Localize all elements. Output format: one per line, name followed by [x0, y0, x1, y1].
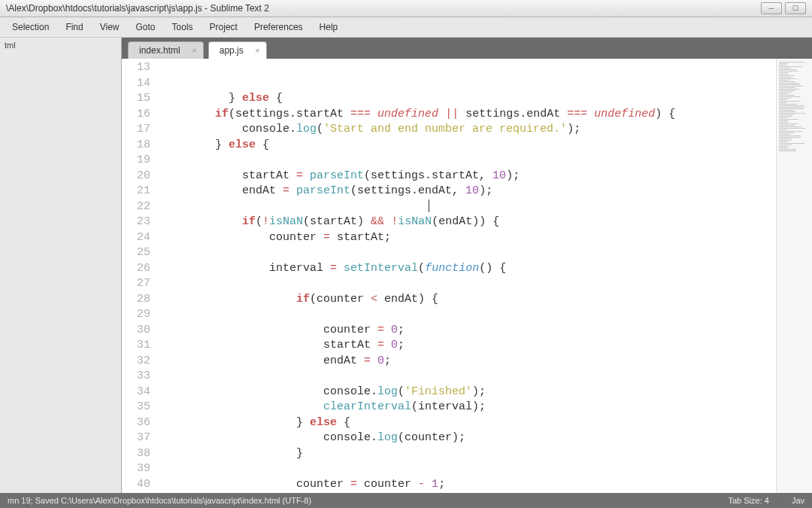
menu-bar: Selection Find View Goto Tools Project P… [0, 17, 812, 38]
status-bar: mn 19; Saved C:\Users\Alex\Dropbox\htdoc… [0, 493, 812, 508]
tab-app-js[interactable]: app.js × [208, 41, 267, 59]
window-title: \Alex\Dropbox\htdocs\tutorials\javascrip… [6, 3, 269, 14]
status-left: mn 19; Saved C:\Users\Alex\Dropbox\htdoc… [8, 496, 311, 505]
menu-goto[interactable]: Goto [129, 20, 163, 34]
status-tab-size[interactable]: Tab Size: 4 [728, 496, 768, 505]
menu-find[interactable]: Find [58, 20, 90, 34]
editor-zone: index.html × app.js × 13 14 15 16 17 18 … [122, 38, 812, 493]
menu-project[interactable]: Project [202, 20, 245, 34]
window-controls: ─ ☐ [761, 2, 806, 14]
menu-tools[interactable]: Tools [165, 20, 201, 34]
editor-surface[interactable]: 13 14 15 16 17 18 19 20 21 22 23 24 25 2… [122, 59, 812, 493]
code-area[interactable]: } else { if(settings.startAt === undefin… [158, 59, 776, 493]
tab-label: app.js [220, 45, 244, 56]
main-area: tml index.html × app.js × 13 14 15 16 17… [0, 38, 812, 493]
minimize-button[interactable]: ─ [761, 2, 782, 14]
menu-selection[interactable]: Selection [5, 20, 56, 34]
menu-preferences[interactable]: Preferences [247, 20, 311, 34]
maximize-button[interactable]: ☐ [785, 2, 806, 14]
tabs-row: index.html × app.js × [122, 38, 812, 59]
tab-label: index.html [139, 45, 180, 56]
sidebar[interactable]: tml [0, 38, 122, 493]
close-icon[interactable]: × [255, 46, 259, 55]
menu-help[interactable]: Help [312, 20, 346, 34]
close-icon[interactable]: × [192, 46, 196, 55]
tab-index-html[interactable]: index.html × [128, 41, 204, 59]
line-numbers: 13 14 15 16 17 18 19 20 21 22 23 24 25 2… [122, 59, 158, 493]
window-titlebar: \Alex\Dropbox\htdocs\tutorials\javascrip… [0, 0, 812, 17]
menu-view[interactable]: View [92, 20, 127, 34]
sidebar-file[interactable]: tml [5, 41, 117, 50]
status-language[interactable]: Jav [792, 496, 804, 505]
minimap[interactable] [776, 59, 812, 493]
text-cursor [429, 199, 429, 212]
